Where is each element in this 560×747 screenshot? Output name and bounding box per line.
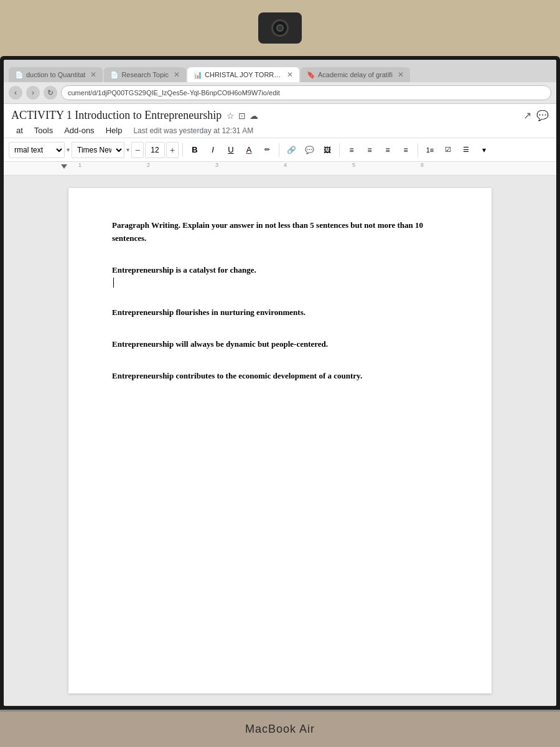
screen-bezel: 📄 duction to Quantitat ✕ 📄 Research Topi…	[0, 56, 560, 710]
comment-icon[interactable]: 💬	[536, 110, 549, 121]
menu-addons[interactable]: Add-ons	[59, 125, 99, 136]
tab-bar: 📄 duction to Quantitat ✕ 📄 Research Topi…	[4, 60, 556, 82]
doc-line3-section: Entrepreneurship will always be dynamic …	[112, 338, 448, 351]
browser-tab-4[interactable]: 🔖 Academic delay of gratifi ✕	[301, 67, 410, 82]
tab4-close[interactable]: ✕	[398, 70, 404, 79]
ruler-marks: 1 2 3 4 5 6	[11, 162, 549, 175]
reload-button[interactable]: ↻	[44, 86, 57, 100]
doc-line2: Entrepreneurship flourishes in nurturing…	[112, 306, 448, 319]
formatting-toolbar: rmal text ▾ Times New... ▾ − + B I U A ✏…	[4, 138, 556, 162]
address-input[interactable]: cument/d/1djPQ00TGS29QIE_IzQes5e-Yql-B6n…	[61, 85, 551, 100]
line-spacing-button[interactable]: 1≡	[422, 142, 438, 158]
tab3-label: CHRISTAL JOY TORRES	[205, 71, 282, 78]
doc-page[interactable]: Paragraph Writing. Explain your answer i…	[68, 188, 492, 693]
star-icon[interactable]: ☆	[226, 111, 235, 121]
toolbar-dropdown-arrow2: ▾	[126, 146, 129, 153]
docs-menu-row: at Tools Add-ons Help Last edit was yest…	[11, 125, 549, 136]
align-center-button[interactable]: ≡	[362, 142, 378, 158]
ruler-mark-2: 2	[147, 162, 150, 168]
bullet-list-button[interactable]: ☰	[458, 142, 474, 158]
text-highlight-button[interactable]: ✏	[259, 142, 275, 158]
tab1-icon: 📄	[15, 71, 24, 79]
cloud-icon[interactable]: ☁	[250, 111, 258, 121]
bold-button[interactable]: B	[187, 142, 203, 158]
screen-inner: 📄 duction to Quantitat ✕ 📄 Research Topi…	[4, 60, 556, 706]
ruler-mark-5: 5	[352, 162, 355, 168]
camera-module	[258, 12, 302, 44]
menu-help[interactable]: Help	[101, 125, 128, 136]
tab3-close[interactable]: ✕	[287, 70, 293, 79]
forward-button[interactable]: ›	[26, 86, 40, 100]
folder-icon[interactable]: ⊡	[238, 111, 246, 121]
camera-area	[0, 0, 560, 56]
tab4-icon: 🔖	[307, 71, 315, 79]
tab1-close[interactable]: ✕	[90, 70, 96, 79]
menu-at[interactable]: at	[11, 125, 28, 136]
ruler: 1 2 3 4 5 6	[4, 162, 556, 176]
browser-tab-2[interactable]: 📄 Research Topic ✕	[104, 67, 186, 82]
docs-title-icons: ☆ ⊡ ☁	[226, 111, 258, 121]
tab1-label: duction to Quantitat	[26, 71, 85, 78]
insert-link-button[interactable]: 🔗	[283, 142, 299, 158]
tab2-icon: 📄	[110, 71, 119, 79]
doc-line3: Entrepreneurship will always be dynamic …	[112, 338, 448, 351]
browser-chrome: 📄 duction to Quantitat ✕ 📄 Research Topi…	[4, 60, 556, 104]
more-options-button[interactable]: ▾	[476, 142, 492, 158]
toolbar-sep1	[182, 143, 183, 157]
insert-comment-button[interactable]: 💬	[301, 142, 317, 158]
ruler-indent-marker[interactable]	[61, 164, 67, 169]
tab2-close[interactable]: ✕	[174, 70, 180, 79]
doc-line4: Entrepreneurship contributes to the econ…	[112, 370, 448, 383]
toolbar-sep4	[418, 143, 418, 157]
align-justify-button[interactable]: ≡	[398, 142, 414, 158]
doc-instruction: Paragraph Writing. Explain your answer i…	[112, 219, 448, 245]
tab2-label: Research Topic	[121, 71, 169, 78]
ruler-mark-4: 4	[284, 162, 287, 168]
font-size-input[interactable]	[145, 142, 165, 158]
ruler-mark-3: 3	[215, 162, 218, 168]
camera-lens	[271, 19, 289, 37]
font-size-increase[interactable]: +	[166, 142, 179, 158]
doc-line4-section: Entrepreneurship contributes to the econ…	[112, 370, 448, 383]
doc-content-area: Paragraph Writing. Explain your answer i…	[4, 176, 556, 706]
align-right-button[interactable]: ≡	[380, 142, 396, 158]
doc-instruction-section: Paragraph Writing. Explain your answer i…	[112, 219, 448, 245]
doc-line1-section: Entrepreneurship is a catalyst for chang…	[112, 264, 448, 288]
docs-title: ACTIVITY 1 Introduction to Entrepreneurs…	[11, 109, 222, 122]
browser-tab-1[interactable]: 📄 duction to Quantitat ✕	[9, 67, 103, 82]
font-select[interactable]: Times New...	[72, 142, 124, 158]
toolbar-dropdown-arrow1: ▾	[67, 146, 70, 153]
macbook-bottom: MacBook Air	[0, 710, 560, 747]
address-bar-row: ‹ › ↻ cument/d/1djPQ00TGS29QIE_IzQes5e-Y…	[4, 82, 556, 103]
docs-header: ACTIVITY 1 Introduction to Entrepreneurs…	[4, 104, 556, 138]
italic-button[interactable]: I	[205, 142, 221, 158]
ruler-mark-6: 6	[421, 162, 424, 168]
paragraph-style-select[interactable]: rmal text	[9, 142, 65, 158]
font-size-control: − +	[131, 142, 179, 158]
last-edit-text: Last edit was yesterday at 12:31 AM	[133, 126, 253, 135]
font-size-decrease[interactable]: −	[131, 142, 144, 158]
underline-button[interactable]: U	[223, 142, 239, 158]
docs-top-right: ↗ 💬	[523, 110, 549, 121]
checklist-button[interactable]: ☑	[440, 142, 456, 158]
toolbar-sep3	[339, 143, 340, 157]
tab3-icon: 📊	[194, 71, 202, 79]
address-text: cument/d/1djPQ00TGS29QIE_IzQes5e-Yql-B6n…	[68, 89, 280, 96]
text-cursor	[113, 278, 114, 288]
browser-tab-3[interactable]: 📊 CHRISTAL JOY TORRES ✕	[187, 67, 299, 82]
expand-icon[interactable]: ↗	[523, 110, 531, 121]
instruction-bold: Paragraph Writing. Explain your answer i…	[112, 220, 423, 243]
ruler-mark-1: 1	[78, 162, 82, 168]
camera-lens-inner	[276, 24, 284, 32]
doc-line1: Entrepreneurship is a catalyst for chang…	[112, 264, 448, 277]
insert-image-button[interactable]: 🖼	[319, 142, 335, 158]
docs-title-row: ACTIVITY 1 Introduction to Entrepreneurs…	[11, 109, 549, 122]
align-left-button[interactable]: ≡	[343, 142, 360, 158]
doc-line2-section: Entrepreneurship flourishes in nurturing…	[112, 306, 448, 319]
macbook-label: MacBook Air	[245, 723, 315, 736]
font-color-button[interactable]: A	[241, 142, 257, 158]
tab4-label: Academic delay of gratifi	[318, 71, 393, 78]
back-button[interactable]: ‹	[9, 86, 22, 100]
menu-tools[interactable]: Tools	[29, 125, 58, 136]
toolbar-sep2	[279, 143, 279, 157]
